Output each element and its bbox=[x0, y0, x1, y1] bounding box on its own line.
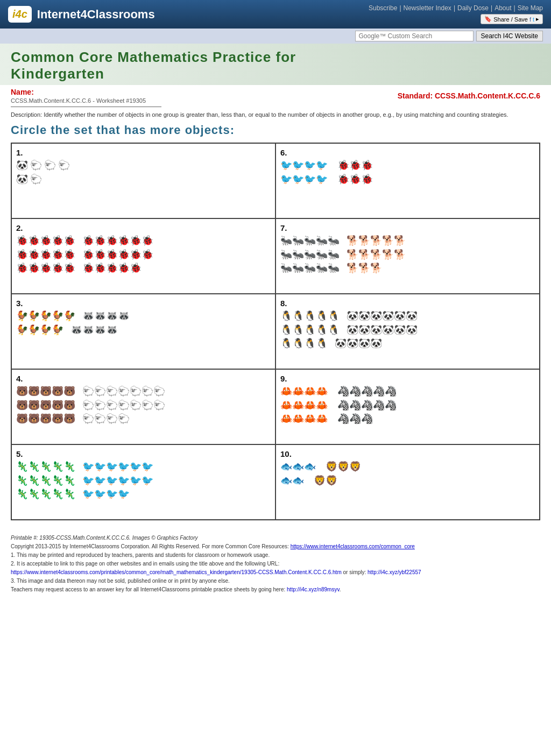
problem-6-row-2: 🐦🐦🐦🐦 🐞🐞🐞 bbox=[280, 174, 535, 186]
animal: 🐧🐧🐧🐧🐧 bbox=[280, 310, 340, 322]
footer-note4: Teachers may request access to an answer… bbox=[11, 585, 540, 594]
search-button[interactable]: Search I4C Website bbox=[476, 31, 543, 41]
nav-daily-dose[interactable]: Daily Dose bbox=[457, 4, 489, 12]
animal: 🐼 bbox=[16, 174, 28, 186]
worksheet-id: CCSS.Math.Content.K.CC.C.6 - Worksheet #… bbox=[11, 97, 146, 104]
animal: 🦀🦀🦀🦀 bbox=[280, 400, 328, 412]
problem-number-9: 9. bbox=[280, 374, 535, 383]
animal: 🐜🐜🐜🐜🐜 bbox=[280, 263, 340, 274]
animal: 🐞🐞🐞🐞🐞 bbox=[16, 249, 75, 261]
problem-cell-6: 6. 🐦🐦🐦🐦 🐞🐞🐞 🐦🐦🐦🐦 🐞🐞🐞 bbox=[276, 143, 540, 218]
share-icon: 🔖 bbox=[484, 16, 492, 23]
animal: 🦓🦓🦓🦓🦓 bbox=[337, 400, 397, 412]
name-line bbox=[11, 107, 161, 107]
animal: 🐟🐟 bbox=[280, 475, 304, 487]
animal: 🐜🐜🐜🐜🐜 bbox=[280, 249, 340, 261]
animal: 🦁🦁🦁 bbox=[326, 461, 361, 473]
problem-content-3: 🐓🐓🐓🐓🐓 🦝🦝🦝🦝 🐓🐓🐓🐓 🦝🦝🦝🦝 bbox=[16, 310, 271, 336]
problem-7-row-3: 🐜🐜🐜🐜🐜 🐕🐕🐕 bbox=[280, 263, 535, 274]
footer: Printable #: 19305-CCSS.Math.Content.K.C… bbox=[0, 528, 551, 599]
animal: 🐑 bbox=[44, 160, 56, 172]
problem-cell-7: 7. 🐜🐜🐜🐜🐜 🐕🐕🐕🐕🐕 🐜🐜🐜🐜🐜 🐕🐕🐕🐕🐕 🐜🐜🐜🐜🐜 bbox=[276, 218, 540, 294]
description-text: Description: Identify whether the number… bbox=[11, 111, 540, 118]
problem-content-6: 🐦🐦🐦🐦 🐞🐞🐞 🐦🐦🐦🐦 🐞🐞🐞 bbox=[280, 160, 535, 185]
problem-10-row-2: 🐟🐟 🦁🦁 bbox=[280, 475, 535, 487]
animal: 🐕🐕🐕🐕🐕 bbox=[347, 249, 406, 261]
animal: 🐞🐞🐞🐞🐞 bbox=[82, 263, 142, 274]
animal: 🐞🐞🐞 bbox=[337, 174, 373, 186]
problem-10-row-1: 🐟🐟🐟 🦁🦁🦁 bbox=[280, 461, 535, 473]
footer-url-link[interactable]: https://www.internet4classrooms.com/prin… bbox=[11, 569, 342, 575]
problem-cell-9: 9. 🦀🦀🦀🦀 🦓🦓🦓🦓🦓 🦀🦀🦀🦀 🦓🦓🦓🦓🦓 🦀🦀🦀🦀 bbox=[276, 369, 540, 444]
banner-title-line1: Common Core Mathematics Practice for bbox=[11, 49, 296, 65]
footer-note1: 1. This may be printed and reproduced by… bbox=[11, 551, 540, 560]
animal: 🐼🐼🐼🐼🐼🐼 bbox=[347, 324, 418, 336]
animal: 🐑 bbox=[30, 174, 42, 186]
search-area: Search I4C Website bbox=[0, 29, 551, 44]
footer-note3: 3. This image and data thereon may not b… bbox=[11, 577, 540, 585]
problem-9-row-3: 🦀🦀🦀🦀 🦓🦓🦓 bbox=[280, 413, 535, 425]
search-input[interactable] bbox=[355, 31, 474, 41]
problem-5-row-1: 🦎🦎🦎🦎🦎 🐦🐦🐦🐦🐦🐦 bbox=[16, 461, 271, 473]
animal: 🐕🐕🐕🐕🐕 bbox=[347, 235, 406, 247]
animal: 🐓🐓🐓🐓 bbox=[16, 324, 63, 336]
animal: 🐓🐓🐓🐓🐓 bbox=[16, 310, 75, 322]
problem-1-row-1: 🐼 🐑 🐑 🐑 bbox=[16, 160, 271, 172]
animal: 🐞🐞🐞🐞🐞🐞 bbox=[82, 249, 153, 261]
animal: 🦀🦀🦀🦀 bbox=[280, 413, 328, 425]
header: i4c Internet4Classrooms Subscribe | News… bbox=[0, 0, 551, 29]
footer-printable: Printable #: 19305-CCSS.Math.Content.K.C… bbox=[11, 534, 540, 542]
animal: 🐦🐦🐦🐦 bbox=[280, 174, 328, 186]
animal: 🐞🐞🐞🐞🐞🐞 bbox=[82, 235, 153, 247]
animal: 🐼🐼🐼🐼 bbox=[335, 338, 382, 350]
nav-sep4: | bbox=[514, 4, 515, 12]
problem-6-row-1: 🐦🐦🐦🐦 🐞🐞🐞 bbox=[280, 160, 535, 172]
problem-9-row-1: 🦀🦀🦀🦀 🦓🦓🦓🦓🦓 bbox=[280, 386, 535, 398]
animal: 🐼🐼🐼🐼🐼🐼 bbox=[347, 310, 418, 322]
standard-label: Standard: CCSS.Math.Content.K.CC.C.6 bbox=[398, 91, 540, 100]
share-label: Share / Save bbox=[493, 16, 528, 23]
problem-cell-1: 1. 🐼 🐑 🐑 🐑 🐼 🐑 bbox=[11, 143, 276, 218]
problem-2-row-2: 🐞🐞🐞🐞🐞 🐞🐞🐞🐞🐞🐞 bbox=[16, 249, 271, 261]
nav-about[interactable]: About bbox=[495, 4, 511, 12]
animal: 🐑 bbox=[30, 160, 42, 172]
problem-number-5: 5. bbox=[16, 449, 271, 458]
nav-sitemap[interactable]: Site Map bbox=[518, 4, 543, 12]
problem-content-10: 🐟🐟🐟 🦁🦁🦁 🐟🐟 🦁🦁 bbox=[280, 461, 535, 486]
nav-sep1: | bbox=[399, 4, 401, 12]
problem-cell-4: 4. 🐻🐻🐻🐻🐻 🐑🐑🐑🐑🐑🐑🐑 🐻🐻🐻🐻🐻 🐑🐑🐑🐑🐑🐑🐑 🐻🐻🐻🐻🐻 bbox=[11, 369, 276, 444]
problem-5-row-2: 🦎🦎🦎🦎🦎 🐦🐦🐦🐦🐦🐦 bbox=[16, 475, 271, 487]
problem-1-row-2: 🐼 🐑 bbox=[16, 174, 271, 186]
animal: 🐞🐞🐞🐞🐞 bbox=[16, 263, 75, 274]
problem-3-row-2: 🐓🐓🐓🐓 🦝🦝🦝🦝 bbox=[16, 324, 271, 336]
footer-url: https://www.internet4classrooms.com/prin… bbox=[11, 568, 540, 577]
footer-copyright-link[interactable]: https://www.internet4classrooms.com/comm… bbox=[291, 543, 415, 549]
animal: 🦝🦝🦝🦝 bbox=[70, 324, 118, 336]
animal: 🐦🐦🐦🐦 bbox=[82, 489, 130, 500]
problem-2-row-3: 🐞🐞🐞🐞🐞 🐞🐞🐞🐞🐞 bbox=[16, 263, 271, 274]
animal: 🐑🐑🐑🐑🐑🐑🐑 bbox=[82, 386, 165, 398]
problem-8-row-2: 🐧🐧🐧🐧🐧 🐼🐼🐼🐼🐼🐼 bbox=[280, 324, 535, 336]
problem-4-row-2: 🐻🐻🐻🐻🐻 🐑🐑🐑🐑🐑🐑🐑 bbox=[16, 400, 271, 412]
name-label: Name: bbox=[11, 88, 34, 96]
share-box[interactable]: 🔖 Share / Save f t ▸ bbox=[481, 14, 543, 24]
problem-number-6: 6. bbox=[280, 148, 535, 157]
problem-number-3: 3. bbox=[16, 299, 271, 308]
problems-grid: 1. 🐼 🐑 🐑 🐑 🐼 🐑 6. 🐦🐦🐦🐦 bbox=[11, 143, 540, 520]
footer-answer-key-link[interactable]: http://i4c.xyz/n89msyv bbox=[287, 587, 340, 592]
problem-content-7: 🐜🐜🐜🐜🐜 🐕🐕🐕🐕🐕 🐜🐜🐜🐜🐜 🐕🐕🐕🐕🐕 🐜🐜🐜🐜🐜 🐕🐕🐕 bbox=[280, 235, 535, 274]
problem-number-1: 1. bbox=[16, 148, 271, 157]
problem-number-2: 2. bbox=[16, 223, 271, 232]
problem-9-row-2: 🦀🦀🦀🦀 🦓🦓🦓🦓🦓 bbox=[280, 400, 535, 412]
footer-url-short[interactable]: http://i4c.xyz/ybf22557 bbox=[368, 569, 421, 575]
nav-subscribe[interactable]: Subscribe bbox=[369, 4, 397, 12]
animal: 🐦🐦🐦🐦🐦🐦 bbox=[82, 461, 153, 473]
animal: 🐼 bbox=[16, 160, 28, 172]
logo-area: i4c Internet4Classrooms bbox=[8, 6, 155, 23]
logo-full-text: Internet4Classrooms bbox=[37, 8, 155, 22]
nav-newsletter[interactable]: Newsletter Index bbox=[404, 4, 451, 12]
animal: 🦝🦝🦝🦝 bbox=[82, 310, 130, 322]
logo-box: i4c bbox=[8, 6, 32, 23]
animal: 🐜🐜🐜🐜🐜 bbox=[280, 235, 340, 247]
problem-2-row-1: 🐞🐞🐞🐞🐞 🐞🐞🐞🐞🐞🐞 bbox=[16, 235, 271, 247]
